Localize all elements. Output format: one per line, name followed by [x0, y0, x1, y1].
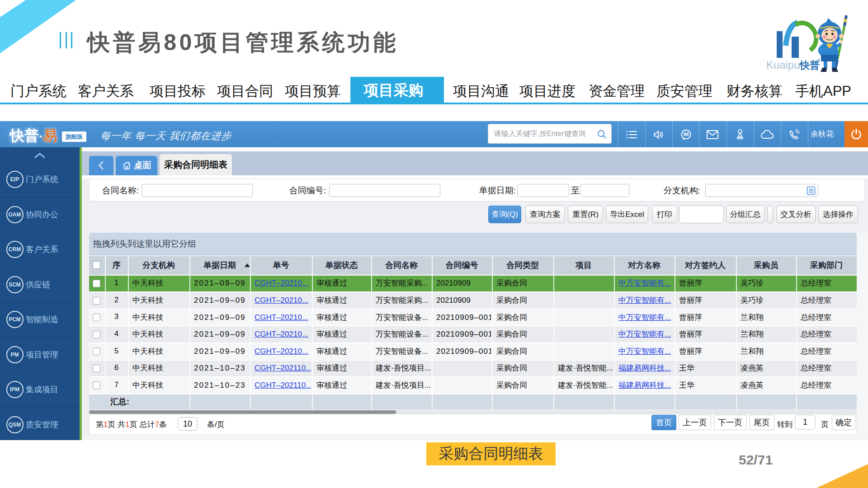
svg-text:®: ® — [817, 58, 821, 63]
svg-text:快普: 快普 — [799, 60, 820, 71]
svg-text:Kuaipu: Kuaipu — [766, 59, 800, 71]
svg-text:IM: IM — [683, 131, 689, 137]
